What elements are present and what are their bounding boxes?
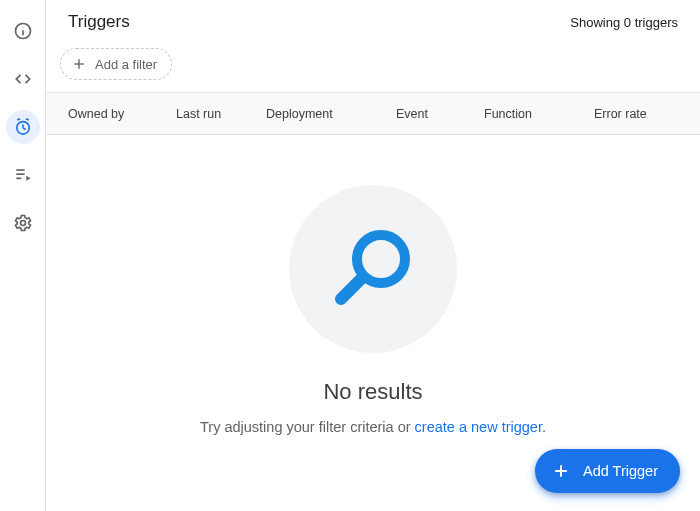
table-header-row: Owned by Last run Deployment Event Funct…	[46, 93, 700, 135]
trigger-count: Showing 0 triggers	[570, 15, 678, 30]
add-trigger-label: Add Trigger	[583, 463, 658, 479]
col-owned-by[interactable]: Owned by	[46, 107, 166, 121]
col-event[interactable]: Event	[386, 107, 474, 121]
list-play-icon	[13, 165, 33, 185]
plus-icon	[71, 56, 87, 72]
empty-state-graphic	[289, 185, 457, 353]
empty-hint: Try adjusting your filter criteria or cr…	[200, 419, 546, 435]
col-error-rate[interactable]: Error rate	[584, 107, 700, 121]
add-trigger-button[interactable]: Add Trigger	[535, 449, 680, 493]
empty-hint-text: Try adjusting your filter criteria or	[200, 419, 415, 435]
empty-title: No results	[323, 379, 422, 405]
magnifier-icon	[323, 219, 423, 319]
svg-marker-11	[26, 176, 30, 181]
rail-item-executions[interactable]	[6, 158, 40, 192]
rail-item-overview[interactable]	[6, 14, 40, 48]
page-header: Triggers Showing 0 triggers	[46, 0, 700, 42]
rail-item-triggers[interactable]	[6, 110, 40, 144]
plus-icon	[551, 461, 571, 481]
rail-item-editor[interactable]	[6, 62, 40, 96]
add-filter-label: Add a filter	[95, 57, 157, 72]
svg-line-16	[341, 277, 363, 299]
create-trigger-link[interactable]: create a new trigger.	[415, 419, 546, 435]
rail-item-settings[interactable]	[6, 206, 40, 240]
svg-line-6	[17, 119, 20, 120]
add-filter-button[interactable]: Add a filter	[60, 48, 172, 80]
col-last-run[interactable]: Last run	[166, 107, 256, 121]
side-rail	[0, 0, 46, 511]
svg-point-12	[20, 221, 25, 226]
info-icon	[13, 21, 33, 41]
gear-icon	[13, 213, 33, 233]
page-title: Triggers	[68, 12, 130, 32]
svg-line-7	[25, 119, 28, 120]
col-function[interactable]: Function	[474, 107, 584, 121]
svg-point-2	[22, 27, 23, 28]
main-content: Triggers Showing 0 triggers Add a filter…	[46, 0, 700, 511]
code-icon	[13, 69, 33, 89]
svg-line-5	[23, 128, 26, 130]
col-deployment[interactable]: Deployment	[256, 107, 386, 121]
clock-icon	[13, 117, 33, 137]
filter-bar: Add a filter	[46, 42, 700, 93]
